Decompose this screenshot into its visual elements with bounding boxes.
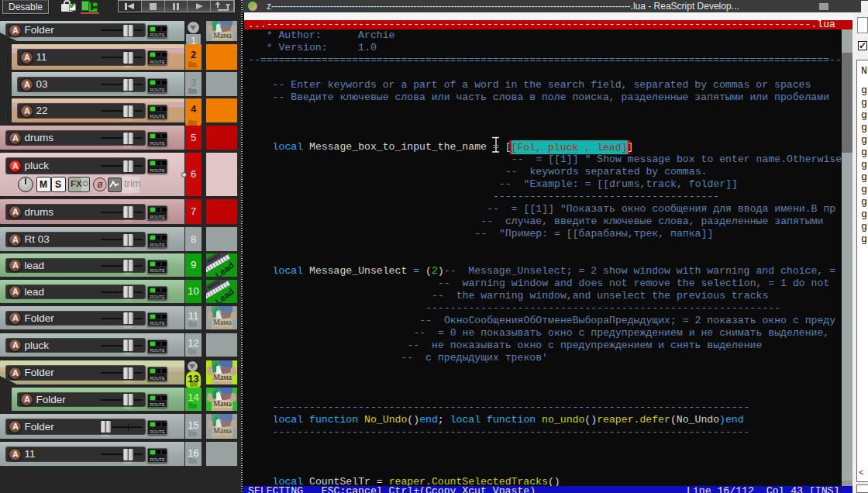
- svg-text:Мама: Мама: [213, 399, 232, 408]
- svg-text:Мама: Мама: [213, 373, 232, 381]
- svg-text:Мама: Мама: [213, 426, 232, 435]
- svg-text:Мама: Мама: [213, 31, 232, 40]
- svg-text:Мама: Мама: [213, 318, 232, 326]
